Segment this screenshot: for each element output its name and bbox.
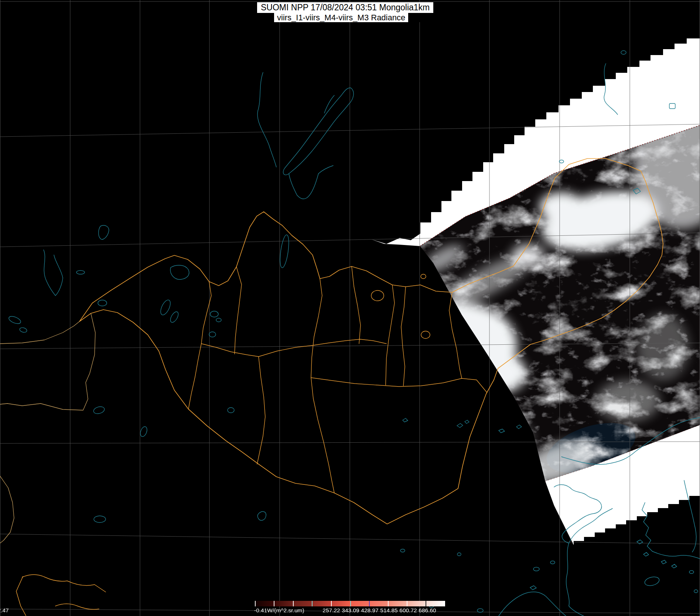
image-title: SUOMI NPP 17/08/2024 03:51 Mongolia1km [257, 2, 433, 13]
map-canvas[interactable] [0, 0, 700, 616]
colorbar-tick [369, 601, 370, 606]
colorbar-tick-label: 343.09 [342, 607, 359, 614]
colorbar-tick [255, 601, 256, 606]
title-black-box [416, 13, 440, 22]
colorbar-tick [350, 601, 351, 606]
colorbar-tick [312, 601, 313, 606]
colorbar-unit-label: -0.41W/(m^2.sr.um) [254, 607, 304, 614]
colorbar-tick [331, 601, 332, 606]
colorbar-labels: -0.41W/(m^2.sr.um) 257.22 343.09 428.97 … [0, 607, 700, 615]
colorbar-tick-label: 257.22 [322, 607, 340, 614]
colorbar-tick [293, 601, 294, 606]
colorbar-tick-label: 428.97 [361, 607, 378, 614]
colorbar-tick-label: 514.85 [380, 607, 397, 614]
colorbar-tick [426, 601, 426, 606]
colorbar-tick-label: 772.47 [0, 607, 9, 614]
image-subtitle: viirs_I1-viirs_M4-viirs_M3 Radiance [274, 13, 408, 22]
colorbar-tick [407, 601, 407, 606]
colorbar-tick [388, 601, 389, 606]
colorbar [255, 601, 445, 606]
colorbar-tick-label: 600.72 [399, 607, 417, 614]
colorbar-tick-label: 686.60 [419, 607, 436, 614]
satellite-map-image [0, 0, 700, 616]
colorbar-tick [274, 601, 274, 606]
colorbar-tick [444, 601, 445, 606]
